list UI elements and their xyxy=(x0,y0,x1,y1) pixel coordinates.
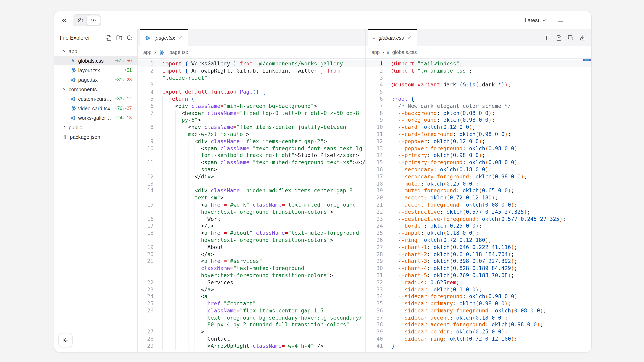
tree-item-label: works-galler… xyxy=(78,115,111,121)
code-row: 13 xyxy=(138,180,366,187)
code-row: 80 px-4 py-2 rounded-full transition-col… xyxy=(138,321,366,329)
file-diff-button[interactable] xyxy=(556,35,562,41)
search-files-button[interactable] xyxy=(126,35,132,41)
right-breadcrumb: app › # globals.css xyxy=(366,46,591,59)
tree-item-label: page.tsx xyxy=(78,77,98,83)
tree-file-page.tsx[interactable]: page.tsx+81/-28 xyxy=(54,75,137,84)
version-dropdown[interactable]: Latest xyxy=(524,17,547,23)
indent-guides xyxy=(162,166,201,173)
indent-guides xyxy=(392,244,398,251)
indent-guides xyxy=(162,258,201,265)
new-file-button[interactable] xyxy=(106,35,112,41)
line-number: 33 xyxy=(366,286,383,293)
code-row: 20--accent: oklch(0.72 0.12 180); xyxy=(366,194,591,201)
indent-guides xyxy=(162,251,201,258)
split-view-button[interactable] xyxy=(544,35,550,41)
code-line: Services xyxy=(154,279,233,286)
code-row: 12--popover: oklch(0.12 0 0); xyxy=(366,138,591,145)
code-editor-page-tsx[interactable]: 1import { WorksGallery } from "@/compone… xyxy=(138,59,366,352)
collapse-panel-button[interactable] xyxy=(58,15,70,26)
tree-file-custom-curs[interactable]: custom-curs…+33/-12 xyxy=(54,94,137,103)
horizontal-scrollbar[interactable] xyxy=(583,59,591,61)
code-line: href="#contact" xyxy=(154,300,256,307)
line-number: 40 xyxy=(366,336,383,343)
indent-guides xyxy=(392,293,398,300)
copy-button[interactable] xyxy=(568,35,574,41)
tree-folder-public[interactable]: public xyxy=(54,122,137,132)
code-row: 9<div className="flex items-center gap-2… xyxy=(138,138,366,145)
code-row: 17</a> xyxy=(138,223,366,230)
indent-guides xyxy=(392,159,398,166)
tree-file-package.json[interactable]: {}package.json xyxy=(54,132,137,142)
collapse-sidebar-button[interactable] xyxy=(58,333,72,347)
code-line: --card: oklch(0.12 0 0); xyxy=(383,124,476,131)
code-line: --accent-foreground: oklch(0.08 0 0); xyxy=(383,201,518,209)
preview-toggle-button[interactable] xyxy=(74,15,86,25)
code-row: max-w-7xl mx-auto"> xyxy=(138,131,366,138)
code-line: <ArrowUpRight className="w-4 h-4" /> xyxy=(154,343,324,350)
line-number: 5 xyxy=(366,88,383,95)
code-line: --border: oklch(0.25 0 0); xyxy=(383,223,482,230)
indent-guides xyxy=(392,336,398,343)
close-tab-icon[interactable] xyxy=(178,35,183,40)
indent-guides xyxy=(162,180,195,187)
code-line: @import "tailwindcss"; xyxy=(383,60,463,67)
tree-file-works-galler[interactable]: works-galler…+24/-13 xyxy=(54,113,137,122)
css-file-icon: # xyxy=(387,49,390,55)
react-file-icon xyxy=(70,96,76,101)
download-button[interactable] xyxy=(580,35,586,41)
line-number: 3 xyxy=(138,81,154,89)
code-row: font-semibold tracking-tight">Studio Pix… xyxy=(138,152,366,159)
editor-pane-page-tsx: page.tsx app › page.tsx 1import { WorksG… xyxy=(138,29,366,352)
indent-guides xyxy=(162,329,201,336)
line-number: 23 xyxy=(138,286,154,293)
tree-file-layout.tsx[interactable]: layout.tsx+51 xyxy=(54,65,137,75)
line-number: 22 xyxy=(138,279,154,286)
chevron-down-icon xyxy=(62,87,67,92)
css-file-icon: # xyxy=(70,58,76,63)
tree-folder-app[interactable]: app xyxy=(54,46,137,56)
chevron-down-icon xyxy=(62,49,67,53)
code-line: --accent: oklch(0.72 0.12 180); xyxy=(383,194,498,201)
code-row: 21--accent-foreground: oklch(0.08 0 0); xyxy=(366,201,591,209)
tree-file-video-card.tsx[interactable]: video-card.tsx+76/-27 xyxy=(54,103,137,113)
code-row: 15<a href="#work" className="text-muted-… xyxy=(138,201,366,209)
indent-guides xyxy=(162,187,195,194)
code-editor-globals-css[interactable]: 1@import "tailwindcss";2@import "tw-anim… xyxy=(366,59,591,352)
line-number: 41 xyxy=(366,343,383,350)
close-tab-icon[interactable] xyxy=(407,35,412,40)
line-number: 23 xyxy=(366,216,383,223)
tab-page-tsx[interactable]: page.tsx xyxy=(140,29,188,46)
code-line: --sidebar: oklch(0.1 0 0); xyxy=(383,286,482,293)
code-line: <header className="fixed top-0 left-0 ri… xyxy=(154,110,359,117)
arrow-left-to-line-icon xyxy=(62,337,69,343)
tab-globals-css[interactable]: # globals.css xyxy=(368,29,417,46)
code-line: return ( xyxy=(154,95,195,103)
code-line: --popover-foreground: oklch(0.98 0 0); xyxy=(383,145,520,152)
line-number: 27 xyxy=(138,329,154,336)
indent-guides xyxy=(392,131,398,138)
code-row: 33--sidebar: oklch(0.1 0 0); xyxy=(366,286,591,293)
code-row: 5 xyxy=(366,88,591,95)
code-line: > xyxy=(154,329,204,336)
code-line: py-6"> xyxy=(154,117,201,124)
code-line: <span className="text-muted-foreground t… xyxy=(154,159,366,166)
code-row: 1@import "tailwindcss"; xyxy=(366,60,591,67)
tree-file-globals.css[interactable]: #globals.css+51/-50 xyxy=(54,56,137,65)
code-line: --secondary-foreground: oklch(0.98 0 0); xyxy=(383,173,527,180)
code-line xyxy=(154,180,195,187)
more-options-button[interactable] xyxy=(574,15,585,26)
code-row: "lucide-react" xyxy=(138,74,366,81)
code-row: 36--sidebar-primary-foreground: oklch(0.… xyxy=(366,307,591,315)
code-row: hover:text-foreground transition-colors"… xyxy=(138,237,366,244)
tree-folder-components[interactable]: components xyxy=(54,84,137,94)
code-row: 23</a> xyxy=(138,286,366,293)
panel-bottom-button[interactable] xyxy=(555,15,566,26)
line-number xyxy=(138,314,154,321)
eye-icon xyxy=(77,17,83,23)
code-toggle-button[interactable] xyxy=(86,15,100,25)
new-folder-button[interactable] xyxy=(116,35,122,41)
line-number: 12 xyxy=(138,173,154,180)
code-row: 9--foreground: oklch(0.98 0 0); xyxy=(366,117,591,124)
indent-guides xyxy=(392,208,398,216)
